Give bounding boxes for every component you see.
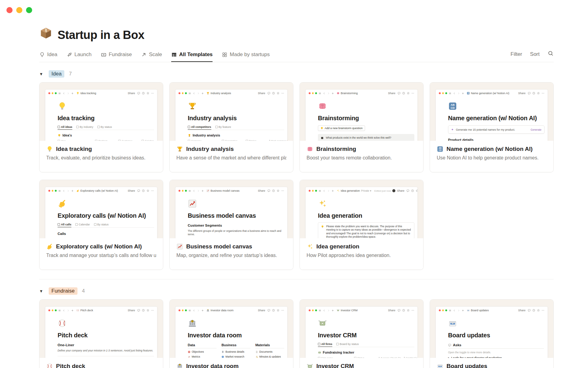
- clock-icon: [402, 309, 405, 312]
- mini-view-tab: Calendar: [75, 223, 90, 227]
- mini-window: Business model canvasShareBusiness model…: [175, 187, 288, 238]
- template-sections: ▼Idea7Idea trackingShareIdea trackingAll…: [39, 70, 554, 368]
- hamburger-icon: [449, 309, 451, 312]
- mini-history-icon: [532, 309, 535, 312]
- mini-history-icon: [411, 189, 414, 192]
- template-card-title: Idea generation: [307, 243, 417, 250]
- mini-zoom-icon: [315, 309, 317, 311]
- tab-fundraise[interactable]: Fundraise: [101, 52, 132, 62]
- lightbulb-icon: [58, 102, 67, 111]
- chart-up-icon: [206, 189, 209, 192]
- chart-up-icon: [188, 199, 197, 208]
- mini-page: Investor CRMAll firmsBoard by statusFund…: [306, 313, 417, 358]
- mini-more-icon: [281, 309, 284, 312]
- mini-minimize-icon: [52, 92, 54, 94]
- template-card-business-model-canvas[interactable]: Business model canvasShareBusiness model…: [169, 180, 293, 270]
- mini-zoom-icon: [55, 92, 57, 94]
- chev-right-icon: [67, 190, 70, 192]
- mini-more-icon: [411, 92, 414, 95]
- mini-close-icon: [309, 190, 311, 192]
- template-card-industry-analysis[interactable]: Industry analysisShareIndustry analysisA…: [169, 82, 293, 172]
- search-icon: [548, 50, 554, 56]
- mini-tab-title-text: Board updates: [471, 309, 489, 312]
- close-window-button[interactable]: [6, 7, 13, 13]
- mini-window-titlebar: Board updatesShare: [436, 307, 548, 313]
- mini-share-button: Share: [258, 92, 265, 95]
- mini-share-button: Share: [128, 309, 135, 312]
- mini-page-emoji: [318, 319, 414, 329]
- template-card-brainstorming[interactable]: BrainstormingShareBrainstormingAdd a new…: [300, 82, 424, 172]
- section-name-tag: Idea: [49, 70, 64, 78]
- mini-favorite-icon: [407, 92, 410, 95]
- mini-more-icon: [541, 309, 545, 312]
- template-card-name-generation-w-notion-ai[interactable]: ABCDName generation (w/ Notion AI)ShareA…: [430, 82, 554, 172]
- tab-idea[interactable]: Idea: [39, 52, 57, 62]
- hamburger-icon: [318, 309, 321, 312]
- mini-section-title: Idea's: [58, 133, 154, 137]
- hamburger-icon: [188, 92, 191, 95]
- banknote-icon: [101, 52, 107, 58]
- filter-button[interactable]: Filter: [511, 51, 522, 57]
- section-collapse-toggle[interactable]: ▼: [39, 289, 44, 293]
- zoom-window-button[interactable]: [26, 7, 32, 13]
- hamburger-icon: [58, 190, 61, 192]
- tab-all-templates[interactable]: All Templates: [171, 52, 213, 62]
- mini-page-heading: Investor data room: [188, 332, 284, 339]
- template-card-pitch-deck[interactable]: Pitch deckSharePitch deckOne-LinerDefine…: [39, 299, 163, 368]
- mini-section-title: Industry analysis: [188, 133, 284, 137]
- mini-window: Board updatesShareBoard updatesAsksOpen …: [435, 306, 548, 358]
- hamburger-icon: [188, 190, 191, 192]
- mini-column-link: Metrics: [188, 355, 217, 358]
- mini-close-icon: [48, 309, 50, 311]
- mini-column-link: Minutes & updates: [255, 355, 284, 358]
- bank-icon: $: [206, 309, 209, 312]
- back-icon: [453, 309, 456, 312]
- tab-scale[interactable]: Scale: [141, 52, 162, 62]
- hamburger-icon: [449, 92, 451, 95]
- comment-icon: [528, 309, 531, 312]
- mini-column: BusinessBusiness detailsMarket research: [221, 343, 250, 358]
- hamburger-icon: [318, 190, 321, 192]
- template-preview: Investor CRMShareInvestor CRMAll firmsBo…: [300, 300, 423, 358]
- sort-button[interactable]: Sort: [530, 51, 540, 57]
- mini-view-tab: Board by status: [336, 343, 359, 347]
- template-card-exploratory-calls-w-notion-ai[interactable]: Exploratory calls (w/ Notion AI)ShareExp…: [39, 180, 163, 270]
- new-tab-icon: [331, 92, 334, 95]
- clock-icon: [142, 92, 145, 95]
- template-card-idea-tracking[interactable]: Idea trackingShareIdea trackingAll ideas…: [39, 82, 163, 172]
- tab-made-by-startups[interactable]: Made by startups: [222, 52, 270, 62]
- svg-text:$: $: [192, 320, 193, 323]
- section-count: 4: [82, 288, 85, 294]
- mini-close-icon: [48, 92, 50, 94]
- clock-icon: [402, 92, 405, 95]
- table-rows-icon: [171, 52, 177, 58]
- tab-launch[interactable]: Launch: [66, 52, 92, 62]
- section-collapse-toggle[interactable]: ▼: [39, 72, 44, 76]
- chev-right-icon: [197, 190, 200, 192]
- back-icon: [323, 190, 326, 192]
- template-card-investor-crm[interactable]: Investor CRMShareInvestor CRMAll firmsBo…: [300, 299, 424, 368]
- template-card-investor-data-room[interactable]: $Investor data roomShare$Investor data r…: [169, 299, 293, 368]
- template-card-info: Industry analysisHave a sense of the mar…: [170, 141, 293, 172]
- minimize-window-button[interactable]: [16, 7, 22, 13]
- mini-history-icon: [272, 189, 275, 192]
- forward-icon: [67, 309, 70, 312]
- lightbulb-icon: [46, 146, 53, 152]
- comment-icon: [267, 309, 270, 312]
- trophy-icon: [206, 92, 209, 95]
- mini-history-icon: [532, 92, 535, 95]
- lightbulb-icon: [76, 92, 79, 95]
- template-card-idea-generation[interactable]: Idea generationPrivate ▾Edited just nowS…: [300, 180, 424, 270]
- sparkles-icon: [318, 199, 327, 208]
- mini-zoom-icon: [185, 190, 187, 192]
- new-tab-icon: [462, 92, 464, 95]
- view-icon: [336, 343, 339, 345]
- ellipsis-icon: [541, 309, 545, 312]
- page-title-text: Startup in a Box: [58, 27, 144, 43]
- template-card-description: Track, evaluate, and prioritize business…: [46, 155, 156, 161]
- search-icon[interactable]: [548, 50, 554, 58]
- template-card-board-updates[interactable]: Board updatesShareBoard updatesAsksOpen …: [430, 299, 554, 368]
- mini-close-icon: [439, 309, 441, 311]
- baseball-icon: [58, 319, 67, 328]
- abcd-icon: ABCD: [467, 92, 470, 95]
